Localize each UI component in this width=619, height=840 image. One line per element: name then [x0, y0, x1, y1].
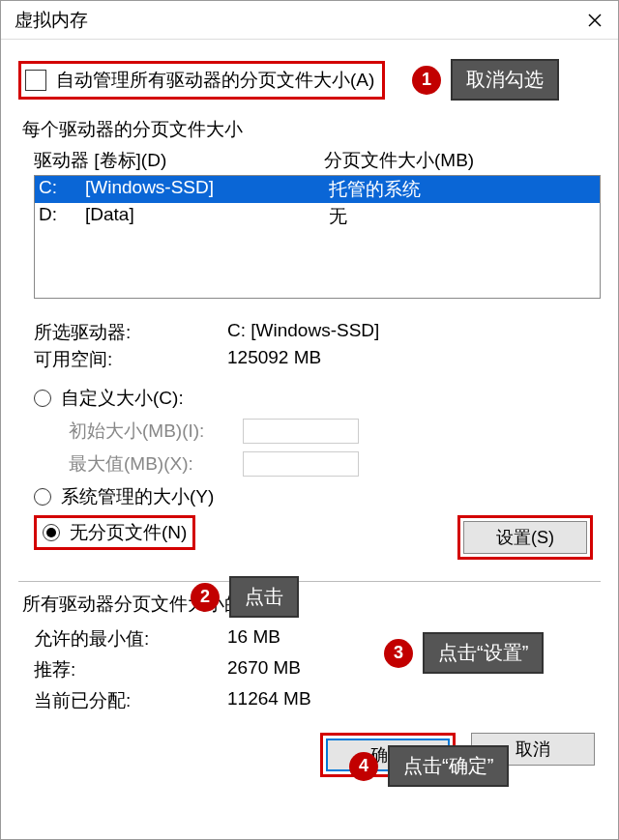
recommended-label: 推荐: [34, 657, 227, 682]
window-title: 虚拟内存 [15, 8, 88, 33]
virtual-memory-dialog: 虚拟内存 自动管理所有驱动器的分页文件大小(A) 1 取消勾选 每个驱动器的分页… [0, 0, 619, 840]
annotation-badge-1: 1 [412, 66, 441, 95]
close-button[interactable] [572, 1, 618, 40]
custom-size-label: 自定义大小(C): [61, 386, 184, 411]
no-paging-radio[interactable] [43, 524, 60, 541]
auto-manage-checkbox[interactable] [25, 70, 46, 91]
drive-headers: 驱动器 [卷标](D) 分页文件大小(MB) [34, 148, 601, 173]
drive-list[interactable]: C: [Windows-SSD] 托管的系统 D: [Data] 无 [34, 175, 601, 299]
annotation-badge-3: 3 [384, 639, 413, 668]
initial-size-input[interactable] [243, 419, 359, 444]
drive-row[interactable]: C: [Windows-SSD] 托管的系统 [35, 176, 600, 203]
drive-row[interactable]: D: [Data] 无 [35, 203, 600, 230]
annotation-4: 4 点击“确定” [349, 745, 509, 787]
titlebar: 虚拟内存 [1, 1, 618, 40]
max-size-input[interactable] [243, 451, 359, 477]
custom-size-radio[interactable] [34, 390, 51, 407]
annotation-text-2: 点击 [229, 576, 299, 618]
free-space-value: 125092 MB [227, 347, 601, 372]
auto-manage-label: 自动管理所有驱动器的分页文件大小(A) [56, 68, 374, 93]
initial-size-label: 初始大小(MB)(I): [69, 419, 243, 444]
annotation-text-1: 取消勾选 [451, 59, 559, 101]
annotation-badge-2: 2 [191, 583, 220, 612]
annotation-text-4: 点击“确定” [388, 745, 509, 787]
totals-heading: 所有驱动器分页文件大小的总数 [22, 592, 601, 617]
annotation-badge-4: 4 [349, 752, 378, 781]
system-managed-label: 系统管理的大小(Y) [61, 484, 214, 509]
system-managed-radio[interactable] [34, 488, 51, 506]
no-paging-label: 无分页文件(N) [70, 520, 187, 545]
set-button[interactable]: 设置(S) [463, 521, 587, 554]
allocated-value: 11264 MB [227, 688, 601, 713]
annotation-3: 3 点击“设置” [384, 632, 544, 674]
allocated-label: 当前已分配: [34, 688, 227, 713]
selected-drive-label: 所选驱动器: [34, 320, 227, 345]
divider [18, 581, 601, 582]
drive-header-col1: 驱动器 [卷标](D) [34, 148, 324, 173]
min-allowed-label: 允许的最小值: [34, 626, 227, 652]
annotation-text-3: 点击“设置” [423, 632, 544, 674]
annotation-2: 2 点击 [191, 576, 299, 618]
free-space-label: 可用空间: [34, 347, 227, 372]
selected-drive-value: C: [Windows-SSD] [227, 320, 601, 345]
annotation-1: 1 取消勾选 [412, 59, 559, 101]
drive-section-heading: 每个驱动器的分页文件大小 [22, 117, 601, 142]
drive-header-col2: 分页文件大小(MB) [324, 148, 601, 173]
close-icon [588, 14, 602, 27]
auto-manage-checkbox-wrap: 自动管理所有驱动器的分页文件大小(A) [18, 61, 385, 100]
max-size-label: 最大值(MB)(X): [69, 451, 243, 477]
